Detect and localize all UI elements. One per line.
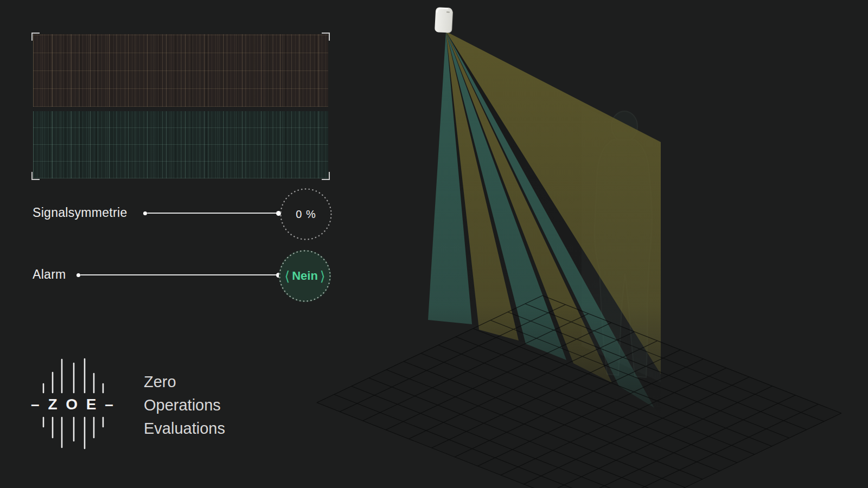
- signal-symmetry-label: Signalsymmetrie: [33, 206, 127, 220]
- brand-word: Zero: [144, 370, 225, 394]
- alarm-label: Alarm: [33, 267, 66, 282]
- dotted-ring-icon: [279, 250, 331, 302]
- signal-symmetry-knob[interactable]: 0 %: [280, 188, 332, 240]
- connector-dot: [76, 273, 80, 277]
- brand-words: Zero Operations Evaluations: [144, 370, 225, 440]
- corner-bracket-top-left: [31, 33, 40, 41]
- connector-line: [80, 274, 278, 275]
- app-root: Signalsymmetrie 0 % Alarm ⟨ Nein ⟩: [0, 0, 868, 488]
- signal-grid-bottom: [33, 111, 328, 178]
- connector-dot: [143, 211, 147, 215]
- corner-bracket-top-right: [322, 33, 330, 41]
- alarm-toggle[interactable]: ⟨ Nein ⟩: [279, 250, 331, 302]
- corner-bracket-bottom-left: [31, 172, 40, 180]
- brand-word: Evaluations: [144, 417, 225, 440]
- connector-line: [147, 213, 278, 214]
- corner-bracket-bottom-right: [322, 172, 330, 180]
- brand-word: Operations: [144, 394, 225, 417]
- dotted-ring-icon: [280, 188, 332, 240]
- signal-panel: [31, 33, 330, 180]
- signal-grid-top: [33, 34, 328, 107]
- zoe-logo-text: – Z O E –: [24, 396, 122, 413]
- sensor-device: [435, 7, 453, 33]
